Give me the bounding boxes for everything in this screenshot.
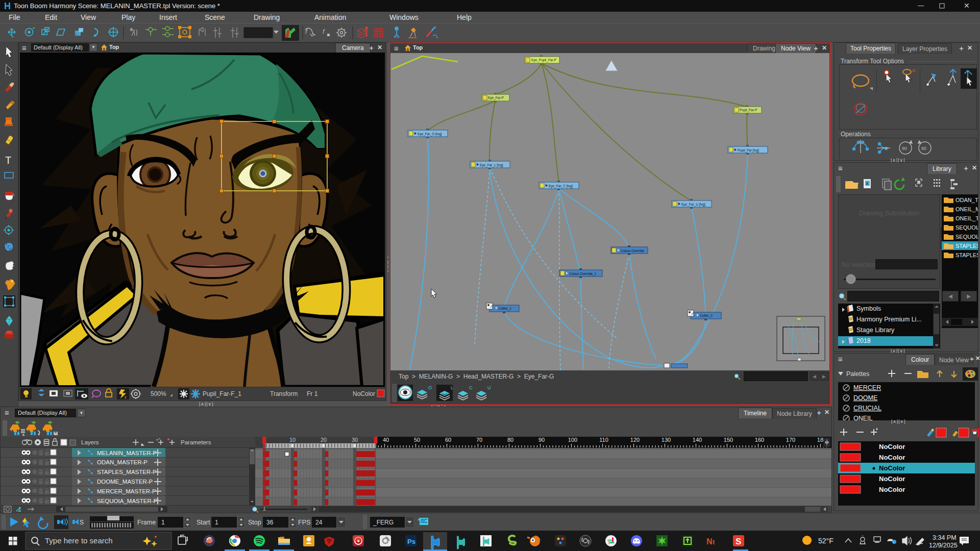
svg-text:Palettes: Palettes	[846, 370, 869, 378]
svg-text:ODAN_T: ODAN_T	[955, 197, 978, 203]
svg-text:T: T	[5, 155, 11, 166]
svg-text:L: L	[451, 385, 453, 390]
svg-text:ONEIL_T: ONEIL_T	[955, 215, 978, 221]
svg-text:Frame: Frame	[137, 519, 156, 526]
svg-text:Start: Start	[197, 519, 210, 526]
svg-text:Type here to search: Type here to search	[45, 536, 113, 545]
svg-text:Eye_Far_C [tvg]: Eye_Far_C [tvg]	[549, 184, 573, 188]
svg-text:120: 120	[630, 437, 640, 443]
svg-text:30: 30	[352, 437, 358, 443]
svg-text:Transform: Transform	[270, 390, 298, 397]
svg-text:Parameters: Parameters	[181, 439, 211, 445]
svg-text:Cutter_1: Cutter_1	[499, 307, 511, 311]
svg-text:150: 150	[724, 437, 733, 443]
svg-text:X: X	[866, 181, 869, 186]
svg-text:ONEIL_M: ONEIL_M	[955, 206, 978, 212]
svg-text:N: N	[706, 537, 713, 546]
svg-text:MERCER: MERCER	[853, 384, 881, 391]
svg-text:t: t	[713, 538, 715, 546]
svg-text:Layers: Layers	[81, 439, 99, 445]
svg-text:NoColor: NoColor	[879, 486, 905, 493]
svg-text:Stop: Stop	[248, 519, 261, 526]
svg-text:160: 160	[755, 437, 764, 443]
svg-text:Stage Library: Stage Library	[856, 327, 895, 334]
svg-text:50: 50	[414, 437, 420, 443]
svg-text:90: 90	[921, 146, 926, 151]
svg-text:40: 40	[383, 437, 389, 443]
svg-text:Pupil_Far-F_1: Pupil_Far-F_1	[203, 390, 241, 397]
svg-text:z: z	[125, 395, 127, 399]
svg-text:140: 140	[693, 437, 702, 443]
svg-text:STAPLES_MASTER-P: STAPLES_MASTER-P	[97, 469, 157, 475]
svg-text:1: 1	[215, 519, 218, 526]
svg-text:Eye_Far-P: Eye_Far-P	[488, 96, 504, 100]
svg-text:MERCER_MASTER-P: MERCER_MASTER-P	[97, 488, 156, 494]
svg-text:SEQUOIA: SEQUOIA	[955, 234, 978, 240]
svg-text:500%: 500%	[151, 390, 166, 397]
svg-text:Eye_Far_O [tvg]: Eye_Far_O [tvg]	[418, 132, 442, 136]
svg-text:NoColor: NoColor	[879, 475, 905, 483]
svg-text:100: 100	[568, 437, 577, 443]
svg-text:S: S	[80, 519, 84, 526]
svg-text:f: f	[305, 28, 308, 35]
svg-text:CRUCIAL: CRUCIAL	[853, 405, 881, 412]
svg-text:36: 36	[266, 519, 274, 526]
svg-text:20: 20	[321, 437, 327, 443]
svg-text:MELANIN_MASTER-P: MELANIN_MASTER-P	[97, 450, 157, 456]
svg-text:Harmony Premium Li...: Harmony Premium Li...	[856, 316, 922, 323]
svg-text:Cutter_2: Cutter_2	[700, 314, 713, 318]
svg-text:Pupil_Far [tvg]: Pupil_Far [tvg]	[738, 148, 759, 153]
svg-text:U: U	[487, 385, 491, 390]
svg-text:S: S	[736, 537, 741, 546]
svg-text:24: 24	[315, 519, 323, 526]
svg-text:FPS: FPS	[298, 519, 310, 526]
svg-text:12/9/2025: 12/9/2025	[929, 542, 958, 549]
svg-text:i: i	[893, 541, 894, 544]
svg-text:ODAN_MASTER-P: ODAN_MASTER-P	[97, 459, 148, 465]
svg-text:90: 90	[902, 146, 907, 151]
svg-text:f: f	[323, 28, 325, 35]
svg-text:110: 110	[599, 437, 608, 443]
svg-text:NoColor: NoColor	[879, 464, 905, 472]
svg-text:2018: 2018	[856, 337, 871, 344]
svg-text:Symbols: Symbols	[856, 305, 881, 312]
svg-text:NoColor: NoColor	[353, 390, 375, 397]
svg-text:Eye_Pupil_Far-P: Eye_Pupil_Far-P	[531, 58, 556, 62]
svg-text:SEQUOIA_MASTER-P: SEQUOIA_MASTER-P	[97, 498, 158, 504]
svg-text:Eye_Far_U [tvg]: Eye_Far_U [tvg]	[681, 203, 705, 207]
svg-text:52°F: 52°F	[818, 537, 834, 545]
svg-text:70: 70	[476, 437, 482, 443]
svg-text:10: 10	[289, 437, 296, 443]
svg-text:170: 170	[786, 437, 795, 443]
svg-text:_FERG: _FERG	[373, 519, 394, 526]
svg-text:90: 90	[538, 437, 545, 443]
svg-text:1: 1	[161, 519, 165, 526]
svg-text:Colour-Override_1: Colour-Override_1	[569, 272, 597, 276]
svg-text:STAPLES: STAPLES	[955, 243, 978, 249]
svg-text:80: 80	[507, 437, 513, 443]
svg-text:ONEIL: ONEIL	[853, 415, 873, 420]
svg-text:NoColor: NoColor	[879, 454, 905, 461]
svg-text:SEQUOIA: SEQUOIA	[955, 224, 978, 231]
svg-text:C: C	[469, 385, 473, 390]
svg-text:Fr 1: Fr 1	[307, 390, 318, 397]
svg-text:O: O	[428, 385, 432, 390]
svg-text:DOOME_MASTER-P: DOOME_MASTER-P	[97, 479, 153, 485]
svg-text:Pupil_Far-P: Pupil_Far-P	[740, 108, 757, 112]
svg-text:130: 130	[662, 437, 671, 443]
svg-text:3:34 PM: 3:34 PM	[933, 534, 957, 541]
svg-text:Colour-Override: Colour-Override	[621, 249, 645, 253]
svg-text:Ps: Ps	[407, 538, 415, 545]
svg-text:Eye_Far_L [tvg]: Eye_Far_L [tvg]	[480, 163, 503, 167]
svg-text:60: 60	[445, 437, 451, 443]
svg-text:DOOME: DOOME	[853, 394, 877, 402]
svg-text:NoColor: NoColor	[879, 443, 905, 450]
svg-text:STAPLES: STAPLES	[955, 252, 978, 258]
